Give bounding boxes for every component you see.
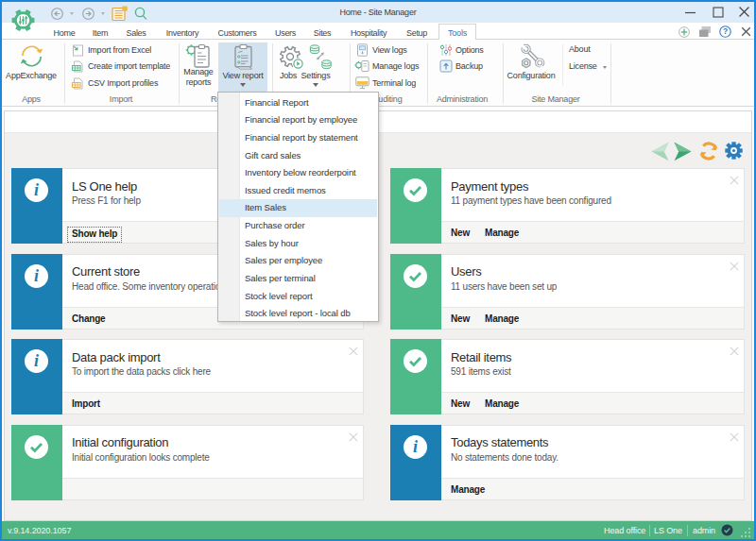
- svg-text:?: ?: [723, 26, 728, 36]
